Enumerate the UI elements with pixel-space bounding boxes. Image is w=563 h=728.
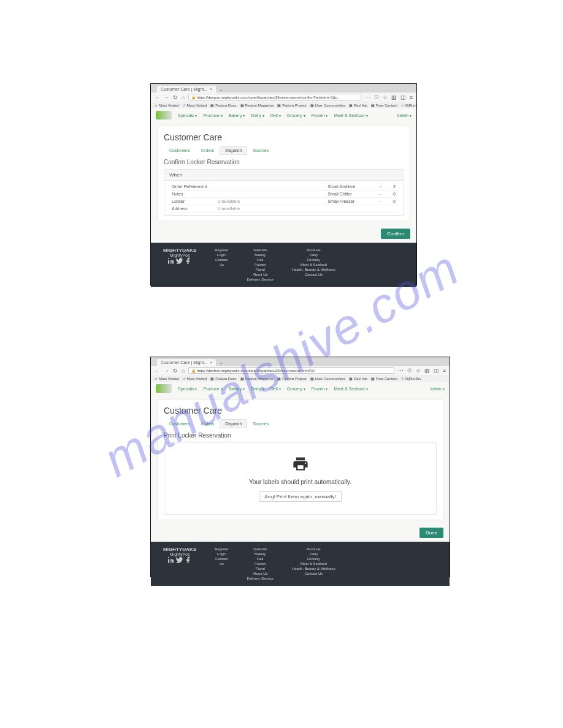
bookmark-item[interactable]: ▦ User Communities <box>310 103 345 107</box>
twitter-icon[interactable] <box>176 556 183 564</box>
confirm-button[interactable]: Confirm <box>381 229 410 239</box>
sidebar-icon[interactable]: ◫ <box>434 368 439 374</box>
library-icon[interactable]: ▥ <box>391 94 397 100</box>
bookmark-item[interactable]: ☆ Most Visited <box>155 376 179 381</box>
nav-produce[interactable]: Produce▾ <box>203 387 222 391</box>
nav-meat[interactable]: Meat & Seafood▾ <box>334 387 367 391</box>
reload-icon[interactable]: ↻ <box>173 94 178 100</box>
url-bar[interactable]: 🔒 https://devhos.mightyoaks.com/care/dis… <box>188 367 394 374</box>
nav-deli[interactable]: Deli▾ <box>270 387 281 391</box>
bookmark-item[interactable]: ▦ Free Content <box>371 103 397 107</box>
tab-orders[interactable]: Orders <box>196 419 220 428</box>
footer-link[interactable]: Dairy <box>292 552 335 556</box>
footer-link[interactable]: Meat & Seafood <box>292 262 335 267</box>
bookmark-item[interactable]: ☆ Most Visited <box>183 103 207 107</box>
back-icon[interactable]: ← <box>155 368 160 374</box>
footer-link[interactable]: Login <box>215 552 228 556</box>
linkedin-icon[interactable] <box>167 257 175 265</box>
nav-grocery[interactable]: Grocery▾ <box>287 387 305 391</box>
bookmark-item[interactable]: ☉ DjRunSrv <box>401 103 416 107</box>
footer-link[interactable]: Health, Beauty & Wellness <box>292 566 335 571</box>
footer-link[interactable]: Frozen <box>247 262 274 267</box>
shield-icon[interactable]: ☉ <box>407 368 412 374</box>
footer-link[interactable]: Contact <box>215 257 228 262</box>
bookmark-item[interactable]: ▦ Fedora Docs <box>210 376 236 381</box>
nav-frozen[interactable]: Frozen▾ <box>312 387 328 391</box>
nav-deli[interactable]: Deli▾ <box>270 113 281 118</box>
footer-link[interactable]: Contact Us <box>292 571 335 576</box>
logo[interactable] <box>156 384 172 393</box>
bookmark-item[interactable]: ▦ Fedora Magazine <box>240 103 274 107</box>
bookmark-item[interactable]: ▦ User Communities <box>310 376 345 381</box>
footer-link[interactable]: Contact Us <box>292 272 335 277</box>
nav-meat[interactable]: Meat & Seafood▾ <box>334 113 367 118</box>
bookmark-item[interactable]: ▦ Fedora Project <box>277 103 306 107</box>
footer-link[interactable]: Grocery <box>292 556 335 561</box>
home-icon[interactable]: ⌂ <box>182 368 185 374</box>
menu-icon[interactable]: ≡ <box>410 94 413 100</box>
forward-icon[interactable]: → <box>164 94 169 100</box>
bookmark-item[interactable]: ☆ Most Visited <box>183 376 207 381</box>
footer-link[interactable]: Floral <box>247 267 274 272</box>
linkedin-icon[interactable] <box>167 556 175 564</box>
footer-link[interactable]: Dairy <box>292 252 335 257</box>
done-button[interactable]: Done <box>419 528 443 538</box>
star-icon[interactable]: ☆ <box>383 94 388 100</box>
footer-link[interactable]: Grocery <box>292 257 335 262</box>
twitter-icon[interactable] <box>176 257 183 265</box>
footer-link[interactable]: Health, Beauty & Wellness <box>292 267 335 272</box>
admin-menu[interactable]: kelvin ▾ <box>431 387 445 391</box>
new-tab-button[interactable]: + <box>216 362 226 366</box>
back-icon[interactable]: ← <box>155 94 160 100</box>
footer-link[interactable]: Bakery <box>247 552 274 556</box>
tab-customers[interactable]: Customers <box>164 146 196 155</box>
nav-dairy[interactable]: Dairy▾ <box>251 113 264 118</box>
browser-tab[interactable]: Customer Care | Might... × <box>157 86 216 93</box>
footer-link[interactable]: Floral <box>247 566 274 571</box>
nav-dairy[interactable]: Dairy▾ <box>251 387 264 391</box>
reader-icon[interactable]: ⋯ <box>365 94 370 100</box>
tab-sources[interactable]: Sources <box>247 419 274 428</box>
star-icon[interactable]: ☆ <box>416 368 421 374</box>
logo[interactable] <box>156 111 172 119</box>
footer-link[interactable]: Specials <box>247 547 274 552</box>
nav-specials[interactable]: Specials▾ <box>178 387 197 391</box>
reader-icon[interactable]: ⋯ <box>398 368 404 374</box>
footer-link[interactable]: Us <box>215 262 228 267</box>
menu-icon[interactable]: ≡ <box>443 368 446 374</box>
footer-link[interactable]: Produce <box>292 547 335 552</box>
footer-link[interactable]: Register <box>215 547 228 552</box>
close-tab-icon[interactable]: × <box>210 360 212 365</box>
footer-link[interactable]: Meat & Seafood <box>292 561 335 566</box>
footer-link[interactable]: Deli <box>247 257 274 262</box>
new-tab-button[interactable]: + <box>216 88 226 93</box>
facebook-icon[interactable] <box>185 556 192 564</box>
bookmark-item[interactable]: ▦ Fedora Project <box>277 376 306 381</box>
bookmark-item[interactable]: ▦ Fedora Magazine <box>240 376 274 381</box>
nav-grocery[interactable]: Grocery▾ <box>287 113 305 118</box>
footer-link[interactable]: Frozen <box>247 561 274 566</box>
sidebar-icon[interactable]: ◫ <box>400 94 406 100</box>
tab-dispatch[interactable]: Dispatch <box>220 419 247 428</box>
bookmark-item[interactable]: ▦ Free Content <box>371 376 397 381</box>
nav-frozen[interactable]: Frozen▾ <box>312 113 328 118</box>
close-tab-icon[interactable]: × <box>210 87 212 91</box>
browser-tab[interactable]: Customer Care | Might... × <box>157 359 216 366</box>
bookmark-item[interactable]: ☉ DjRunSrv <box>401 376 421 381</box>
shield-icon[interactable]: ☉ <box>374 94 379 100</box>
bookmark-item[interactable]: ▦ Red Hat <box>349 376 367 381</box>
url-bar[interactable]: 🔒 https://devpos.mightyoaks.com/care/dis… <box>188 94 361 100</box>
footer-link[interactable]: About Us <box>247 272 274 277</box>
tab-sources[interactable]: Sources <box>247 146 274 155</box>
library-icon[interactable]: ▥ <box>424 368 430 374</box>
nav-produce[interactable]: Produce▾ <box>203 113 222 118</box>
footer-link[interactable]: Produce <box>292 248 335 252</box>
print-again-button[interactable]: Arrg! Print them again, manually! <box>259 491 342 502</box>
nav-specials[interactable]: Specials▾ <box>178 113 197 118</box>
footer-link[interactable]: Specials <box>247 248 274 252</box>
tab-dispatch[interactable]: Dispatch <box>220 146 247 155</box>
footer-link[interactable]: Delivery Service <box>247 576 274 581</box>
bookmark-item[interactable]: ▦ Fedora Docs <box>210 103 236 107</box>
facebook-icon[interactable] <box>185 257 192 265</box>
footer-link[interactable]: Contact <box>215 556 228 561</box>
